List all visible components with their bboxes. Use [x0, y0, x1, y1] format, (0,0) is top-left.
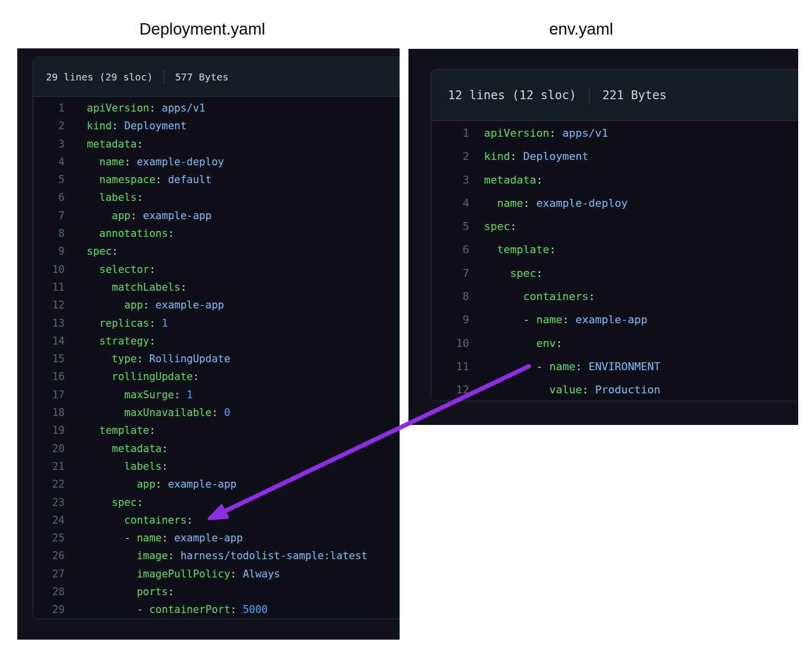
env-yaml-code-area: 1apiVersion: apps/v12kind: Deployment3me… — [431, 121, 798, 402]
code-text: maxSurge: 1 — [87, 386, 193, 404]
line-number: 10 — [33, 261, 65, 278]
line-number: 20 — [33, 440, 65, 458]
code-line: 2kind: Deployment — [431, 145, 798, 168]
line-number: 2 — [431, 145, 469, 168]
line-number: 19 — [33, 421, 65, 439]
line-number: 11 — [431, 355, 469, 378]
line-number: 10 — [431, 332, 469, 355]
header-divider — [164, 70, 164, 84]
env-yaml-file-size: 221 Bytes — [602, 88, 666, 102]
line-number: 21 — [33, 458, 65, 475]
code-line: 11 matchLabels: — [33, 278, 400, 296]
code-text: - name: example-app — [87, 529, 243, 547]
code-text: name: example-deploy — [87, 153, 224, 171]
line-number: 1 — [33, 99, 65, 117]
line-number: 17 — [33, 386, 65, 404]
line-number: 13 — [33, 314, 65, 332]
code-line: 6 labels: — [33, 189, 400, 206]
code-line: 27 imagePullPolicy: Always — [33, 565, 400, 583]
deployment-yaml-lines-count: 29 lines (29 sloc) — [46, 71, 153, 83]
line-number: 6 — [33, 189, 65, 206]
code-text: template: — [87, 421, 155, 439]
code-text: template: — [484, 238, 556, 261]
line-number: 7 — [431, 262, 469, 285]
code-line: 16 rollingUpdate: — [33, 368, 400, 385]
line-number: 29 — [33, 601, 65, 618]
line-number: 25 — [33, 529, 65, 547]
line-number: 5 — [431, 215, 469, 238]
code-text: strategy: — [87, 332, 155, 350]
line-number: 24 — [33, 511, 65, 529]
code-line: 22 app: example-app — [33, 475, 400, 493]
deployment-yaml-file-size: 577 Bytes — [175, 71, 228, 83]
code-text: containers: — [484, 285, 595, 308]
code-line: 10 env: — [431, 332, 798, 355]
code-text: apiVersion: apps/v1 — [87, 99, 205, 117]
code-text: rollingUpdate: — [87, 368, 199, 385]
line-number: 16 — [33, 368, 65, 385]
env-yaml-file-box: 12 lines (12 sloc) 221 Bytes 1apiVersion… — [431, 69, 798, 401]
deployment-yaml-code-area: 1apiVersion: apps/v12kind: Deployment3me… — [33, 97, 400, 619]
line-number: 5 — [33, 171, 65, 189]
line-number: 27 — [33, 565, 65, 583]
code-text: metadata: — [484, 168, 543, 191]
code-text: - name: ENVIRONMENT — [484, 355, 661, 378]
env-yaml-lines-count: 12 lines (12 sloc) — [448, 88, 576, 102]
code-line: 8 containers: — [431, 285, 798, 308]
code-line: 17 maxSurge: 1 — [33, 386, 400, 404]
code-text: maxUnavailable: 0 — [87, 404, 230, 421]
code-text: env: — [484, 332, 562, 355]
line-number: 4 — [33, 153, 65, 171]
code-text: app: example-app — [87, 296, 224, 314]
code-text: containers: — [87, 511, 193, 529]
deployment-yaml-file-header: 29 lines (29 sloc) 577 Bytes — [33, 57, 400, 97]
code-line: 26 image: harness/todolist-sample:latest — [33, 547, 400, 565]
page: Deployment.yaml env.yaml 29 lines (29 sl… — [0, 0, 812, 650]
line-number: 14 — [33, 332, 65, 350]
line-number: 3 — [33, 135, 65, 153]
line-number: 3 — [431, 168, 469, 191]
code-text: matchLabels: — [87, 278, 186, 296]
code-line: 15 type: RollingUpdate — [33, 350, 400, 368]
code-line: 7 spec: — [431, 262, 798, 285]
line-number: 2 — [33, 117, 65, 135]
code-text: spec: — [484, 262, 543, 285]
line-number: 28 — [33, 583, 65, 601]
code-text: value: Production — [484, 378, 661, 401]
code-line: 3metadata: — [431, 168, 798, 191]
header-divider — [589, 86, 590, 104]
code-text: spec: — [484, 215, 517, 238]
line-number: 15 — [33, 350, 65, 368]
code-line: 12 value: Production — [431, 378, 798, 401]
line-number: 9 — [431, 308, 469, 331]
code-text: imagePullPolicy: Always — [87, 565, 280, 583]
code-line: 28 ports: — [33, 583, 400, 601]
code-line: 21 labels: — [33, 458, 400, 475]
code-text: name: example-deploy — [484, 191, 627, 215]
code-text: annotations: — [87, 225, 174, 242]
code-text: app: example-app — [87, 207, 212, 225]
code-line: 18 maxUnavailable: 0 — [33, 404, 400, 421]
code-text: apiVersion: apps/v1 — [484, 121, 608, 145]
code-text: spec: — [87, 242, 118, 260]
code-line: 11 - name: ENVIRONMENT — [431, 355, 798, 378]
code-line: 9 - name: example-app — [431, 308, 798, 331]
code-line: 20 metadata: — [33, 440, 400, 458]
code-text: labels: — [87, 458, 168, 475]
code-text: kind: Deployment — [87, 117, 186, 135]
code-text: spec: — [87, 494, 143, 511]
code-line: 24 containers: — [33, 511, 400, 529]
line-number: 6 — [431, 238, 469, 261]
code-text: namespace: default — [87, 171, 212, 189]
code-line: 2kind: Deployment — [33, 117, 400, 135]
code-line: 7 app: example-app — [33, 207, 400, 225]
line-number: 8 — [431, 285, 469, 308]
code-line: 1apiVersion: apps/v1 — [33, 99, 400, 117]
line-number: 4 — [431, 191, 469, 215]
line-number: 22 — [33, 475, 65, 493]
code-line: 25 - name: example-app — [33, 529, 400, 547]
env-yaml-panel: 12 lines (12 sloc) 221 Bytes 1apiVersion… — [408, 49, 798, 425]
line-number: 8 — [33, 225, 65, 242]
file-title-env-yaml: env.yaml — [413, 20, 749, 38]
line-number: 1 — [431, 121, 469, 145]
